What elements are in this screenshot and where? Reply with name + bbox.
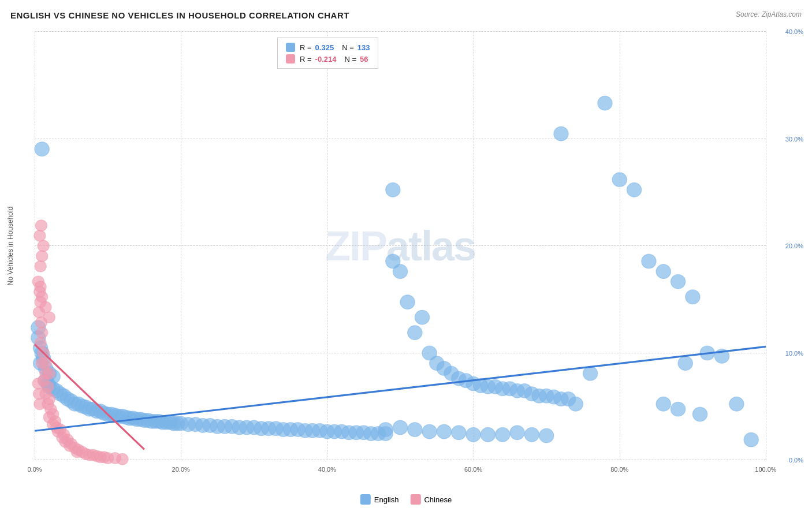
x-tick-1: 20.0% — [172, 466, 190, 473]
svg-point-180 — [35, 281, 46, 293]
svg-point-81 — [415, 310, 429, 324]
bottom-english-label: English — [374, 495, 399, 504]
svg-point-121 — [671, 274, 685, 289]
y-axis-label: No Vehicles in Household — [6, 207, 14, 286]
legend-chinese-n-label: N = — [344, 55, 356, 64]
legend-row-english: R = 0.325 N = 133 — [286, 43, 370, 52]
svg-point-185 — [33, 388, 44, 400]
legend-english-r-value: 0.325 — [315, 43, 334, 52]
svg-point-123 — [686, 290, 700, 304]
svg-point-116 — [598, 96, 612, 110]
legend-english-r-label: R = — [300, 43, 312, 52]
legend-row-chinese: R = -0.214 N = 56 — [286, 54, 370, 64]
y-tick-3: 30.0% — [785, 136, 803, 143]
svg-point-115 — [554, 126, 568, 141]
chinese-swatch — [286, 54, 295, 64]
bottom-chinese-label: Chinese — [424, 495, 452, 504]
chart-title: ENGLISH VS CHINESE NO VEHICLES IN HOUSEH… — [10, 10, 349, 20]
svg-point-102 — [378, 423, 393, 437]
svg-point-176 — [36, 251, 48, 262]
svg-point-179 — [35, 220, 47, 232]
bottom-chinese-swatch — [410, 494, 420, 505]
svg-point-174 — [117, 453, 128, 465]
x-tick-2: 40.0% — [318, 466, 336, 473]
bottom-legend-english: English — [360, 494, 399, 505]
chart-area: 0.0% 10.0% 20.0% 30.0% 40.0% 0.0% 20.0% … — [35, 32, 766, 460]
scatter-plot — [35, 32, 766, 460]
svg-point-117 — [612, 173, 627, 187]
svg-point-131 — [671, 402, 685, 416]
x-tick-3: 60.0% — [464, 466, 482, 473]
svg-point-118 — [627, 182, 641, 197]
legend-chinese-r-label: R = — [300, 55, 312, 64]
svg-point-182 — [40, 301, 51, 313]
x-tick-0: 0.0% — [27, 466, 42, 473]
svg-point-130 — [656, 397, 671, 411]
svg-point-110 — [496, 427, 510, 442]
svg-point-107 — [452, 426, 466, 440]
legend-chinese-n-value: 56 — [360, 55, 368, 64]
svg-line-189 — [35, 346, 766, 431]
svg-point-183 — [43, 312, 55, 323]
svg-point-129 — [568, 397, 583, 411]
svg-point-79 — [400, 295, 415, 309]
svg-point-186 — [34, 398, 46, 410]
svg-point-177 — [38, 240, 49, 252]
x-tick-4: 80.0% — [610, 466, 628, 473]
bottom-legend: English Chinese — [360, 494, 452, 505]
svg-point-112 — [524, 427, 539, 442]
svg-point-105 — [422, 424, 437, 439]
svg-point-119 — [642, 254, 656, 268]
svg-point-109 — [481, 427, 495, 442]
y-tick-0: 0.0% — [789, 457, 803, 464]
svg-point-127 — [744, 432, 758, 447]
svg-point-128 — [583, 366, 598, 380]
svg-point-80 — [408, 326, 422, 340]
svg-point-111 — [510, 426, 524, 440]
legend-english-n-value: 133 — [357, 43, 370, 52]
y-tick-1: 10.0% — [785, 350, 803, 357]
svg-point-78 — [393, 264, 407, 279]
svg-point-108 — [466, 427, 481, 442]
svg-point-132 — [692, 407, 707, 421]
svg-point-103 — [393, 420, 407, 435]
y-tick-2: 20.0% — [785, 242, 803, 249]
svg-point-120 — [656, 264, 671, 279]
svg-point-106 — [437, 424, 451, 439]
svg-point-113 — [539, 428, 554, 443]
svg-point-0 — [35, 142, 49, 156]
svg-point-184 — [32, 378, 44, 390]
svg-point-126 — [729, 397, 744, 411]
svg-point-138 — [36, 327, 48, 338]
y-tick-4: 40.0% — [785, 28, 803, 35]
legend-english-n-label: N = — [342, 43, 354, 52]
svg-point-188 — [43, 368, 55, 379]
svg-point-122 — [678, 356, 692, 371]
english-swatch — [286, 43, 295, 52]
bottom-legend-chinese: Chinese — [410, 494, 452, 505]
legend-chinese-r-value: -0.214 — [315, 55, 337, 64]
legend-box: R = 0.325 N = 133 R = -0.214 N = 56 — [277, 38, 378, 69]
svg-point-181 — [36, 291, 48, 303]
svg-point-114 — [386, 182, 400, 197]
svg-point-175 — [35, 260, 46, 272]
x-tick-5: 100.0% — [755, 466, 776, 473]
bottom-english-swatch — [360, 494, 371, 505]
svg-point-104 — [408, 423, 422, 437]
source-label: Source: ZipAtlas.com — [736, 10, 802, 18]
svg-point-178 — [34, 230, 46, 241]
